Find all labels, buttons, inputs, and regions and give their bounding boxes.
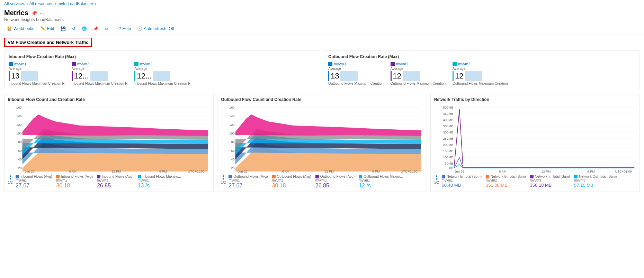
net-legend-3: Network In Total (Sum) myvm3 356.18 MB xyxy=(530,175,570,188)
outbound-chart-card: Outbound Flow Count and Creation Rate 16… xyxy=(217,94,427,192)
inbound-chart-svg: 160 140 120 100 80 60 40 20 xyxy=(8,104,210,173)
pin-button[interactable]: 📌 xyxy=(90,25,101,33)
network-chart-svg: 500MB 450MB 400MB 350MB 300MB 250MB 200M… xyxy=(434,104,636,173)
svg-text:6 PM: 6 PM xyxy=(159,170,167,173)
inbound-item-3: myvm2 Average 12... Inbound Flows Maximu… xyxy=(134,62,190,85)
more-icon[interactable]: ··· xyxy=(40,10,44,16)
vm-name-3: myvm2 xyxy=(140,62,152,66)
feedback-button[interactable]: ☺ xyxy=(102,25,111,33)
avg-label-1: Average xyxy=(9,67,65,71)
page-up-arrow[interactable]: ▲ xyxy=(9,175,12,177)
svg-text:Jun 25: Jun 25 xyxy=(238,170,248,173)
metric-value-2: 12... xyxy=(74,72,89,80)
net-legend-2: Network In Total (Sum) myvm2 351.08 MB xyxy=(486,175,526,188)
svg-text:20: 20 xyxy=(18,166,21,170)
svg-text:100: 100 xyxy=(229,132,235,135)
page-header: Metrics 📌 ··· Network Insights LoadBalan… xyxy=(0,8,644,23)
page-down-arrow[interactable]: ▼ xyxy=(9,178,12,180)
section-title: VM Flow Creation and Network Traffic xyxy=(4,38,92,47)
svg-marker-21 xyxy=(23,114,208,136)
svg-text:UTC+01:00: UTC+01:00 xyxy=(401,170,418,173)
svg-text:6 AM: 6 AM xyxy=(69,170,77,173)
svg-text:UTC+01:00: UTC+01:00 xyxy=(188,170,205,173)
out-page-down[interactable]: ▼ xyxy=(222,178,225,180)
vm-icon-purple xyxy=(72,62,76,66)
net-legend-4: Network Out Total (Sum) myvm3 57.16 MB xyxy=(574,175,617,188)
svg-text:120: 120 xyxy=(229,123,235,127)
bar-accent-1 xyxy=(9,71,10,81)
svg-text:6 AM: 6 AM xyxy=(499,170,506,173)
inbound-item-1: myvm1 Average 13 Inbound Flows Maximum C… xyxy=(9,62,65,85)
outbound-chart-svg: 160 140 120 100 80 60 40 20 Jun 25 6 AM xyxy=(221,104,423,173)
net-page-down[interactable]: ▼ xyxy=(435,178,438,180)
svg-text:12 PM: 12 PM xyxy=(111,170,121,173)
svg-text:350MB: 350MB xyxy=(443,124,453,128)
page-title: Metrics xyxy=(4,9,28,17)
svg-text:Jun 25: Jun 25 xyxy=(455,170,464,173)
footnote-3: Inbound Flows Maximum Creation R xyxy=(134,82,190,85)
out-legend-1: Outbound Flows (Avg) myvm1 27.67 xyxy=(229,175,268,189)
out-legend-3: Outbound Flows (Avg) myvm3 26.85 xyxy=(315,175,355,189)
breadcrumb-all-resources[interactable]: All resources xyxy=(29,1,53,6)
outbound-metric-items: myvm3 Average 13 Outbound Flows Maximum … xyxy=(328,62,635,85)
out-page-up[interactable]: ▲ xyxy=(222,175,225,177)
metric-value-3: 12... xyxy=(137,72,152,80)
vm-name-1: myvm1 xyxy=(14,62,26,66)
svg-text:12 PM: 12 PM xyxy=(541,170,551,173)
page-badge: 1/2 xyxy=(8,180,13,184)
outbound-legend: Outbound Flows (Avg) myvm1 27.67 Outboun… xyxy=(229,175,403,189)
inbound-chart-title: Inbound Flow Count and Creation Rate xyxy=(8,97,210,102)
svg-text:6 PM: 6 PM xyxy=(587,170,595,173)
page-subtitle: Network Insights LoadBalancers xyxy=(4,17,640,22)
svg-text:40: 40 xyxy=(18,158,21,161)
mini-bar-3 xyxy=(153,71,170,81)
share-button[interactable]: 🌐 xyxy=(79,25,90,33)
svg-text:60: 60 xyxy=(231,149,235,152)
breadcrumb-resource[interactable]: myIntLoadBalancer xyxy=(57,1,93,6)
pin-icon[interactable]: 📌 xyxy=(31,10,37,16)
svg-text:250MB: 250MB xyxy=(443,137,453,140)
svg-text:200MB: 200MB xyxy=(443,143,453,147)
main-section: VM Flow Creation and Network Traffic Inb… xyxy=(0,35,644,195)
legend-item-2: Inbound Flows (Avg) myvm2 30.18 xyxy=(56,175,93,189)
outbound-card-title: Outbound Flow Creation Rate (Max) xyxy=(328,54,635,59)
net-page-up[interactable]: ▲ xyxy=(435,175,438,177)
footnote-2: Inbound Flows Maximum Creation R xyxy=(72,82,128,85)
refresh-icon: ↺ xyxy=(72,26,75,31)
svg-text:20: 20 xyxy=(231,166,235,170)
svg-text:400MB: 400MB xyxy=(443,118,453,122)
legend-item-3: Inbound Flows (Avg) myvm3 26.85 xyxy=(97,175,134,189)
outbound-chart-area: 160 140 120 100 80 60 40 20 Jun 25 6 AM xyxy=(221,104,423,173)
network-chart-card: Network Traffic by Direction 500MB 450MB xyxy=(430,94,640,192)
inbound-chart-footer: ▲ ▼ 1/2 Inbound Flows (Avg) myvm1 27.67 xyxy=(8,175,210,189)
network-chart-area: 500MB 450MB 400MB 350MB 300MB 250MB 200M… xyxy=(434,104,636,173)
svg-text:40: 40 xyxy=(231,158,235,161)
refresh-button[interactable]: ↺ xyxy=(69,25,78,33)
svg-text:50MB: 50MB xyxy=(445,162,453,165)
breadcrumb: All services › All resources › myIntLoad… xyxy=(0,0,644,8)
inbound-legend: Inbound Flows (Avg) myvm1 27.67 Inbound … xyxy=(16,175,181,189)
help-icon: ? xyxy=(119,26,121,31)
inbound-card-title: Inbound Flow Creation Rate (Max) xyxy=(9,54,316,59)
metric-value-1: 13 xyxy=(11,72,19,80)
svg-text:12 PM: 12 PM xyxy=(324,170,334,173)
clock-icon: 🕐 xyxy=(137,26,142,31)
out-legend-4: Outbound Flows Maxim... myvm1 12 /s xyxy=(359,175,403,189)
autorefresh-button[interactable]: 🕐 Auto refresh: Off xyxy=(134,25,177,33)
breadcrumb-all-services[interactable]: All services xyxy=(4,1,25,6)
out-legend-2: Outbound Flows (Avg) myvm2 30.18 xyxy=(272,175,311,189)
legend-item-1: Inbound Flows (Avg) myvm1 27.67 xyxy=(16,175,52,189)
mini-bar-2 xyxy=(90,71,108,81)
inbound-chart-area: 160 140 120 100 80 60 40 20 xyxy=(8,104,210,173)
outbound-item-2: myvm1 Average 12 Outbound Flows Maximum … xyxy=(391,62,446,85)
svg-text:80: 80 xyxy=(231,140,235,144)
feedback-icon: ☺ xyxy=(105,26,109,31)
edit-icon: ✏️ xyxy=(41,26,46,31)
svg-text:0B: 0B xyxy=(449,166,453,170)
workbooks-button[interactable]: 📔 Workbooks xyxy=(4,25,37,33)
help-button[interactable]: ? Help xyxy=(116,25,134,33)
svg-text:140: 140 xyxy=(229,114,235,118)
outbound-item-3: myvm2 Average 12 Outbound Flows Maximum … xyxy=(453,62,508,85)
save-button[interactable]: 💾 xyxy=(58,25,69,33)
edit-button[interactable]: ✏️ Edit xyxy=(38,25,57,33)
